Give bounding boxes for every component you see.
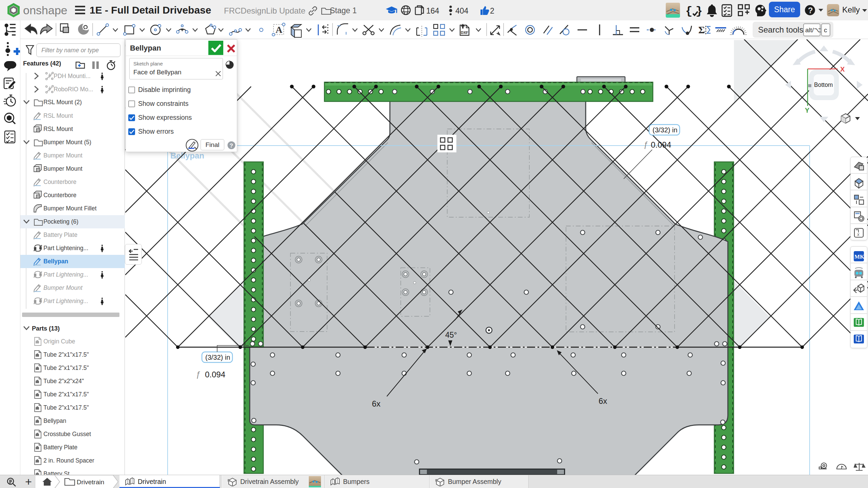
svg-text:Bottom: Bottom — [814, 81, 833, 88]
svg-text:(3/32) in: (3/32) in — [205, 354, 230, 361]
svg-text:45°: 45° — [445, 331, 457, 339]
svg-text:MK: MK — [854, 254, 865, 260]
svg-text:ƒ: ƒ — [643, 140, 648, 149]
svg-text:(3/32) in: (3/32) in — [653, 126, 677, 134]
svg-text:ƒ: ƒ — [196, 370, 200, 379]
svg-text:0.094: 0.094 — [651, 140, 671, 149]
svg-text:Y: Y — [805, 107, 810, 114]
svg-text:6x: 6x — [372, 399, 380, 408]
svg-text:Bellypan: Bellypan — [170, 151, 204, 160]
svg-text:x: x — [857, 231, 860, 237]
svg-text:X: X — [840, 65, 845, 73]
svg-text:Drivetrain: Drivetrain — [77, 478, 104, 486]
svg-text:0.094: 0.094 — [205, 370, 225, 379]
svg-text:6x: 6x — [599, 396, 607, 406]
svg-text:?: ? — [230, 143, 233, 149]
